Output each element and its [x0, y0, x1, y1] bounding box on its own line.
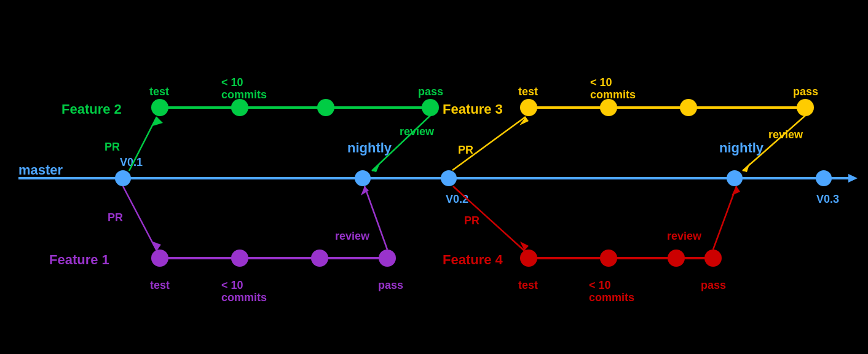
f3-pass-label: pass	[793, 85, 818, 98]
f2-node1	[151, 99, 168, 116]
f3-review-label: review	[768, 128, 803, 141]
f4-node2	[600, 250, 617, 267]
f3-pr-label: PR	[458, 144, 473, 156]
f1-test-label: test	[150, 279, 170, 291]
f1-node3	[311, 250, 328, 267]
f1-pass-label: pass	[378, 279, 403, 291]
f4-node3	[668, 250, 685, 267]
feature1-label: Feature 1	[49, 252, 109, 267]
f1-commits2-label: commits	[221, 291, 267, 304]
f2-node2	[231, 99, 248, 116]
f2-node4	[422, 99, 439, 116]
f4-pass-label: pass	[701, 279, 726, 291]
f2-pr-label: PR	[105, 141, 120, 153]
f4-commits1-label: < 10	[589, 279, 611, 291]
nightly2-node	[727, 170, 743, 186]
v03-label: V0.3	[816, 193, 839, 205]
nightly2-label: nightly	[719, 140, 764, 155]
f4-commits2-label: commits	[589, 291, 634, 304]
f1-node4	[379, 250, 396, 267]
v02-label: V0.2	[446, 193, 468, 205]
f3-commits2-label: commits	[590, 88, 636, 101]
nightly1-node	[355, 170, 371, 186]
f2-pass-label: pass	[418, 85, 443, 98]
feature2-label: Feature 2	[61, 101, 122, 117]
f4-node1	[520, 250, 537, 267]
f2-commits-label2: commits	[221, 88, 267, 101]
feature3-label: Feature 3	[443, 101, 503, 117]
f4-test-label: test	[518, 279, 538, 291]
f3-node2	[600, 99, 617, 116]
v01-node	[115, 170, 131, 186]
f1-node2	[231, 250, 248, 267]
f3-node1	[520, 99, 537, 116]
f4-review-label: review	[667, 230, 702, 242]
nightly1-label: nightly	[347, 140, 392, 155]
f2-commits-label: < 10	[221, 76, 243, 88]
master-label: master	[18, 162, 63, 178]
f1-commits1-label: < 10	[221, 279, 243, 291]
f1-pr-label: PR	[108, 211, 123, 224]
f4-node4	[704, 250, 722, 267]
v02-node	[441, 170, 457, 186]
diagram: master V0.1 nightly V0.2 nightly V0.3 Fe…	[0, 0, 868, 354]
v03-node	[816, 170, 832, 186]
feature4-label: Feature 4	[443, 252, 503, 267]
f3-test-label: test	[518, 85, 538, 98]
f3-node3	[680, 99, 697, 116]
f2-node3	[317, 99, 334, 116]
f3-node4	[797, 99, 814, 116]
f4-pr-label: PR	[464, 214, 479, 227]
f1-review-label: review	[335, 230, 370, 242]
f2-test-label: test	[149, 85, 169, 98]
f3-commits1-label: < 10	[590, 76, 612, 88]
f1-node1	[151, 250, 168, 267]
